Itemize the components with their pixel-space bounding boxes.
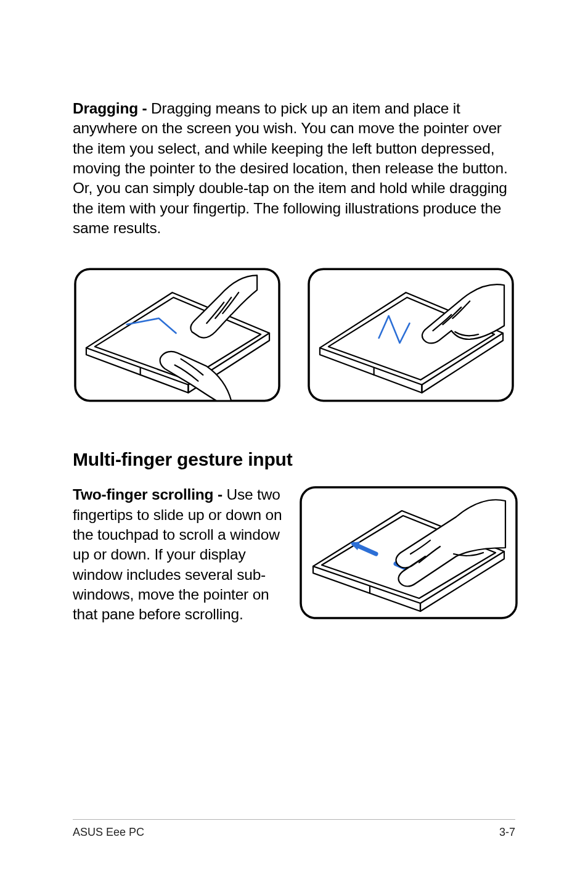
two-finger-paragraph: Two-finger scrolling - Use two fingertip… [73,485,287,624]
two-finger-block: Two-finger scrolling - Use two fingertip… [73,485,515,624]
svg-marker-13 [350,542,360,550]
page-footer: ASUS Eee PC 3-7 [73,819,515,839]
dragging-illustrations-row [73,266,515,403]
multi-finger-heading: Multi-finger gesture input [73,449,515,470]
dragging-paragraph: Dragging - Dragging means to pick up an … [73,99,515,238]
drag-doubletap-illustration [306,266,515,403]
two-finger-label: Two-finger scrolling - [73,486,226,503]
drag-clickhold-illustration [73,266,282,403]
dragging-body: Dragging means to pick up an item and pl… [73,100,508,236]
two-finger-body: Use two fingertips to slide up or down o… [73,486,282,622]
dragging-label: Dragging - [73,100,151,117]
document-page: Dragging - Dragging means to pick up an … [0,0,588,887]
two-finger-illustration [298,485,519,621]
footer-right: 3-7 [499,826,515,839]
footer-left: ASUS Eee PC [73,826,144,839]
